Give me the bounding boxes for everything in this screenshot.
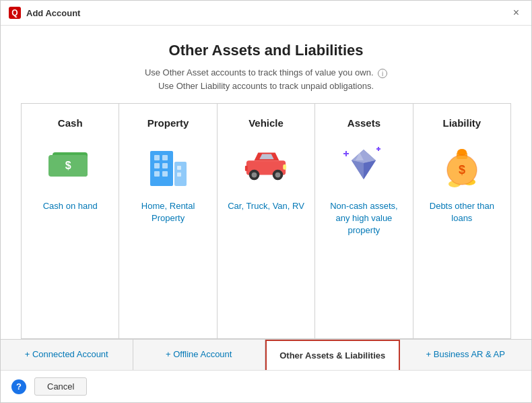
svg-rect-6 (154, 171, 160, 177)
card-property[interactable]: Property (119, 104, 217, 338)
svg-rect-2 (154, 155, 160, 160)
subtitle-line1: Use Other Asset accounts to track things… (145, 67, 374, 78)
card-assets-desc: Non-cash assets, any high value property (323, 200, 404, 237)
property-icon (145, 141, 192, 188)
add-account-dialog: Q Add Account × Other Assets and Liabili… (0, 0, 532, 403)
svg-rect-5 (162, 163, 168, 168)
close-button[interactable]: × (509, 6, 523, 20)
bottom-bar: ? Cancel (1, 370, 531, 402)
card-vehicle[interactable]: Vehicle (218, 104, 315, 338)
svg-text:$: $ (459, 163, 465, 177)
svg-rect-4 (154, 163, 160, 168)
title-bar: Q Add Account × (1, 1, 531, 26)
bag-icon: $ (438, 141, 486, 188)
dialog-title: Add Account (26, 8, 509, 18)
tab-connected[interactable]: + Connected Account (1, 340, 133, 370)
svg-point-12 (252, 173, 257, 178)
info-icon[interactable]: i (378, 69, 387, 78)
footer-tabs: + Connected Account + Offline Account Ot… (1, 339, 531, 370)
cash-icon: $ (46, 141, 94, 188)
card-assets[interactable]: Assets (315, 104, 413, 338)
svg-marker-24 (352, 160, 364, 179)
svg-rect-15 (283, 164, 286, 170)
tab-business[interactable]: + Business AR & AP (400, 340, 532, 370)
app-icon: Q (9, 7, 21, 19)
tab-offline[interactable]: + Offline Account (133, 340, 266, 370)
tab-other-assets[interactable]: Other Assets & Liabilities (265, 340, 400, 370)
vehicle-icon (242, 141, 290, 188)
svg-rect-0 (150, 151, 173, 186)
svg-marker-22 (352, 150, 376, 163)
card-cash[interactable]: Cash $ Cash on hand (22, 104, 119, 338)
svg-rect-16 (245, 166, 248, 171)
cancel-button[interactable]: Cancel (34, 377, 87, 396)
card-cash-desc: Cash on hand (43, 200, 98, 212)
subtitle-line2: Use Other Liability accounts to track un… (158, 81, 374, 91)
svg-rect-8 (177, 166, 181, 170)
diamond-icon (340, 141, 387, 188)
card-liability[interactable]: Liability $ (413, 104, 510, 338)
page-title: Other Assets and Liabilities (21, 42, 511, 59)
main-content: Other Assets and Liabilities Use Other A… (1, 26, 531, 339)
card-liability-title: Liability (442, 117, 481, 129)
svg-rect-7 (162, 171, 168, 177)
card-cash-title: Cash (58, 117, 83, 129)
card-liability-desc: Debts other than loans (422, 200, 502, 224)
card-vehicle-desc: Car, Truck, Van, RV (228, 200, 304, 212)
svg-point-14 (275, 173, 281, 178)
card-assets-title: Assets (347, 117, 380, 129)
help-icon[interactable]: ? (11, 379, 26, 394)
svg-rect-3 (162, 155, 168, 160)
card-property-desc: Home, Rental Property (127, 200, 208, 224)
card-vehicle-title: Vehicle (248, 117, 284, 129)
svg-marker-23 (364, 160, 376, 179)
svg-rect-9 (177, 173, 181, 177)
card-property-title: Property (147, 117, 189, 129)
subtitle: Use Other Asset accounts to track things… (21, 66, 511, 92)
cards-container: Cash $ Cash on hand Property (21, 103, 511, 339)
